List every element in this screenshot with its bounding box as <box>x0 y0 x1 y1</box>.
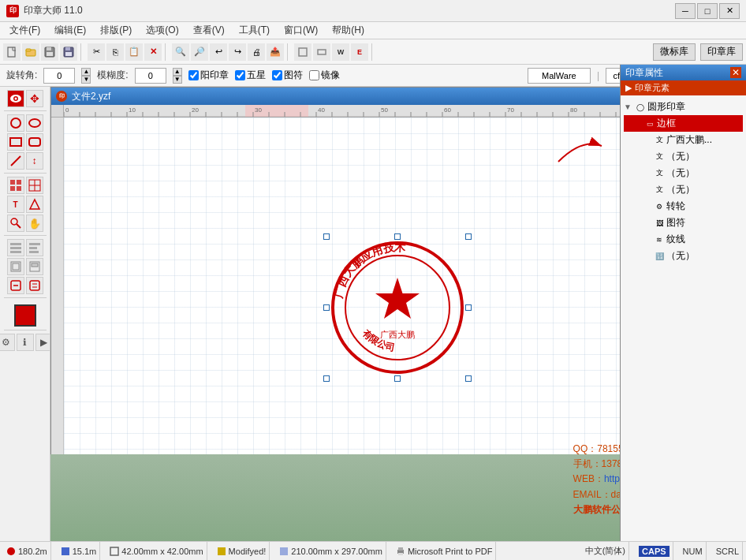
export-button[interactable]: 📤 <box>267 43 284 61</box>
zoom-out-button[interactable]: 🔎 <box>191 43 208 61</box>
delete-button[interactable]: ✕ <box>144 43 162 61</box>
svg-point-13 <box>14 98 17 100</box>
stamp-tool2[interactable] <box>26 277 43 294</box>
font-input[interactable] <box>528 68 591 84</box>
menu-view[interactable]: 查看(V) <box>187 22 231 39</box>
menu-file[interactable]: 文件(F) <box>3 22 47 39</box>
arrow-tool[interactable]: ↕ <box>26 152 43 170</box>
handle-br[interactable] <box>465 375 472 382</box>
tree-item-wenwu[interactable]: ≋ 纹线 <box>624 231 743 248</box>
tree-item-wu4[interactable]: 🔢 （无） <box>624 248 743 264</box>
seal-stamp[interactable]: 广西大鹏应用技术 有限公司 广西大鹏 <box>326 237 468 379</box>
print-button[interactable]: 🖨 <box>248 43 265 61</box>
svg-rect-9 <box>299 48 307 56</box>
handle-tr[interactable] <box>465 233 472 240</box>
rotate-down[interactable]: ▼ <box>81 76 91 84</box>
zoom-in-button[interactable]: 🔍 <box>172 43 189 61</box>
menu-tools[interactable]: 工具(T) <box>233 22 276 39</box>
handle-bl[interactable] <box>323 375 330 382</box>
tree-item-guangxi[interactable]: 文 广西大鹏... <box>624 132 743 148</box>
svg-point-14 <box>11 118 21 128</box>
blur-spinner[interactable]: ▲ ▼ <box>173 68 182 84</box>
text-tool[interactable]: T <box>7 196 24 213</box>
tb-extra3[interactable]: W <box>332 43 349 61</box>
tree-item-yuanxing[interactable]: ▼ ◯ 圆形印章 <box>624 99 743 115</box>
move-button[interactable]: ✥ <box>26 90 43 107</box>
menu-layout[interactable]: 排版(P) <box>94 22 138 39</box>
status-icon-2 <box>61 547 70 556</box>
undo-button[interactable]: ↩ <box>210 43 227 61</box>
tree-item-biankuang[interactable]: ▭ 边框 <box>624 115 743 132</box>
blur-input[interactable] <box>135 68 166 84</box>
saveas-button[interactable] <box>60 43 77 61</box>
file-toolbar-group <box>3 43 81 61</box>
rect-tool[interactable] <box>7 133 24 151</box>
handle-mr[interactable] <box>465 304 472 311</box>
tb-extra4[interactable]: E <box>351 43 368 61</box>
weibiao-button[interactable]: 微标库 <box>653 43 696 61</box>
maximize-button[interactable]: □ <box>697 3 718 19</box>
list-tool2[interactable] <box>26 239 43 256</box>
tree-item-tufu[interactable]: 🖼 图符 <box>624 215 743 231</box>
tb-extra2[interactable] <box>313 43 330 61</box>
line-tool[interactable] <box>7 152 24 170</box>
oval-tool[interactable] <box>26 114 43 132</box>
list-tool1[interactable] <box>7 239 24 256</box>
props-section-header[interactable]: ▶ 印章元素 <box>621 80 746 95</box>
color-swatch[interactable] <box>14 304 36 327</box>
round-rect-tool[interactable] <box>26 133 43 151</box>
fuhao-checkbox[interactable]: 图符 <box>272 69 303 82</box>
blur-label: 模糊度: <box>97 69 128 82</box>
new-button[interactable] <box>3 43 21 61</box>
props-close-button[interactable]: ✕ <box>730 67 741 78</box>
tb-extra1[interactable] <box>294 43 311 61</box>
redo-button[interactable]: ↪ <box>229 43 246 61</box>
tree-item-wu1[interactable]: 文 （无） <box>624 148 743 165</box>
handle-tl[interactable] <box>323 233 330 240</box>
tree-item-wu3[interactable]: 文 （无） <box>624 181 743 198</box>
border-tool1[interactable] <box>7 258 24 275</box>
tree-item-zhuanlun[interactable]: ⚙ 转轮 <box>624 198 743 215</box>
blur-down[interactable]: ▼ <box>173 76 182 84</box>
copy-button[interactable]: ⎘ <box>106 43 124 61</box>
grid-tool2[interactable] <box>26 177 43 194</box>
border-tool2[interactable] <box>26 258 43 275</box>
zoom-tool[interactable] <box>7 215 24 232</box>
stamp-tool1[interactable] <box>7 277 24 294</box>
expand-button[interactable]: ▶ <box>35 334 51 351</box>
handle-ml[interactable] <box>323 304 330 311</box>
grid-tool1[interactable] <box>7 177 24 194</box>
paste-button[interactable]: 📋 <box>125 43 143 61</box>
handle-bc[interactable] <box>394 375 401 382</box>
rotate-spinner[interactable]: ▲ ▼ <box>81 68 91 84</box>
svg-rect-0 <box>8 47 15 57</box>
handle-tc[interactable] <box>394 233 401 240</box>
wuxing-checkbox[interactable]: 五星 <box>235 69 266 82</box>
yin-checkbox[interactable]: 阳印章 <box>188 69 229 82</box>
props-title-bar: 印章属性 ✕ <box>621 65 746 80</box>
tri-tool[interactable] <box>26 196 43 213</box>
jingxiang-checkbox[interactable]: 镜像 <box>309 69 340 82</box>
open-button[interactable] <box>22 43 39 61</box>
svg-rect-10 <box>318 50 326 54</box>
menu-edit[interactable]: 编辑(E) <box>48 22 92 39</box>
minimize-button[interactable]: ─ <box>675 3 696 19</box>
status-icon-1 <box>6 547 16 556</box>
blur-up[interactable]: ▲ <box>173 68 182 76</box>
rotate-up[interactable]: ▲ <box>81 68 91 76</box>
menu-help[interactable]: 帮助(H) <box>326 22 371 39</box>
save-button[interactable] <box>41 43 58 61</box>
settings-button[interactable]: ⚙ <box>0 334 15 351</box>
rotate-input[interactable] <box>43 68 75 84</box>
circle-tool[interactable] <box>7 114 24 132</box>
yinzhang-button[interactable]: 印章库 <box>700 43 743 61</box>
svg-text:50: 50 <box>381 106 388 114</box>
menu-window[interactable]: 窗口(W) <box>278 22 324 39</box>
info-button[interactable]: ℹ <box>17 334 34 351</box>
hand-tool[interactable]: ✋ <box>26 215 43 232</box>
menu-options[interactable]: 选项(O) <box>140 22 185 39</box>
close-button[interactable]: ✕ <box>719 3 740 19</box>
cut-button[interactable]: ✂ <box>88 43 105 61</box>
tree-item-wu2[interactable]: 文 （无） <box>624 165 743 181</box>
eye-button[interactable] <box>7 90 24 107</box>
